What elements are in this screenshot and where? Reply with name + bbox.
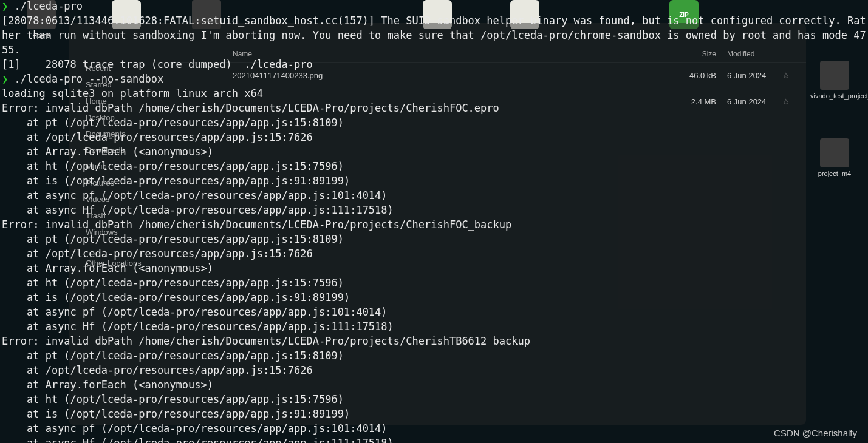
terminal-line: at ht (/opt/lceda-pro/resources/app/app.… — [2, 159, 866, 174]
terminal-line: Error: invalid dbPath /home/cherish/Docu… — [2, 101, 866, 115]
terminal-line: at async pf (/opt/lceda-pro/resources/ap… — [2, 305, 866, 319]
terminal-line: at pt (/opt/lceda-pro/resources/app/app.… — [2, 115, 866, 130]
terminal-line: at ht (/opt/lceda-pro/resources/app/app.… — [2, 276, 866, 290]
terminal-line: at Array.forEach (<anonymous>) — [2, 261, 866, 276]
terminal-line: at Array.forEach (<anonymous>) — [2, 144, 866, 159]
terminal-line: at async Hf (/opt/lceda-pro/resources/ap… — [2, 203, 866, 217]
terminal-line: at pt (/opt/lceda-pro/resources/app/app.… — [2, 232, 866, 246]
terminal-line: Error: invalid dbPath /home/cherish/Docu… — [2, 217, 866, 232]
terminal-line: at /opt/lceda-pro/resources/app/app.js:1… — [2, 130, 866, 144]
terminal-line: at is (/opt/lceda-pro/resources/app/app.… — [2, 174, 866, 188]
terminal-line: at /opt/lceda-pro/resources/app/app.js:1… — [2, 246, 866, 261]
desktop-background: HomeZIPvivado_test_project_1project_m4 R… — [0, 0, 868, 443]
terminal-line: at pt (/opt/lceda-pro/resources/app/app.… — [2, 348, 866, 363]
terminal-line: ❯ ./lceda-pro — [2, 0, 866, 13]
command-text: ./lceda-pro --no-sandbox — [14, 73, 163, 85]
terminal-line: [28078:0613/113446.101628:FATAL:setuid_s… — [2, 13, 866, 57]
terminal-line: ❯ ./lceda-pro --no-sandbox — [2, 72, 866, 86]
terminal-line: at is (/opt/lceda-pro/resources/app/app.… — [2, 290, 866, 305]
terminal-line: at /opt/lceda-pro/resources/app/app.js:1… — [2, 363, 866, 377]
watermark: CSDN @Cherishalfy — [774, 428, 857, 438]
terminal-line: [1] 28078 trace trap (core dumped) ./lce… — [2, 57, 866, 72]
prompt-symbol: ❯ — [2, 0, 14, 12]
terminal-line: at ht (/opt/lceda-pro/resources/app/app.… — [2, 392, 866, 407]
terminal-window[interactable]: ❯ ./lceda-pro[28078:0613/113446.101628:F… — [0, 0, 868, 443]
terminal-line: at async pf (/opt/lceda-pro/resources/ap… — [2, 421, 866, 436]
terminal-line: at Array.forEach (<anonymous>) — [2, 377, 866, 392]
terminal-line: at async pf (/opt/lceda-pro/resources/ap… — [2, 188, 866, 203]
terminal-line: Error: invalid dbPath /home/cherish/Docu… — [2, 334, 866, 348]
terminal-line: at async Hf (/opt/lceda-pro/resources/ap… — [2, 319, 866, 334]
command-text: ./lceda-pro — [14, 0, 83, 12]
terminal-line: at is (/opt/lceda-pro/resources/app/app.… — [2, 407, 866, 421]
terminal-line: loading sqlite3 on platform linux arch x… — [2, 86, 866, 101]
terminal-line: at async Hf (/opt/lceda-pro/resources/ap… — [2, 436, 866, 443]
prompt-symbol: ❯ — [2, 73, 14, 85]
